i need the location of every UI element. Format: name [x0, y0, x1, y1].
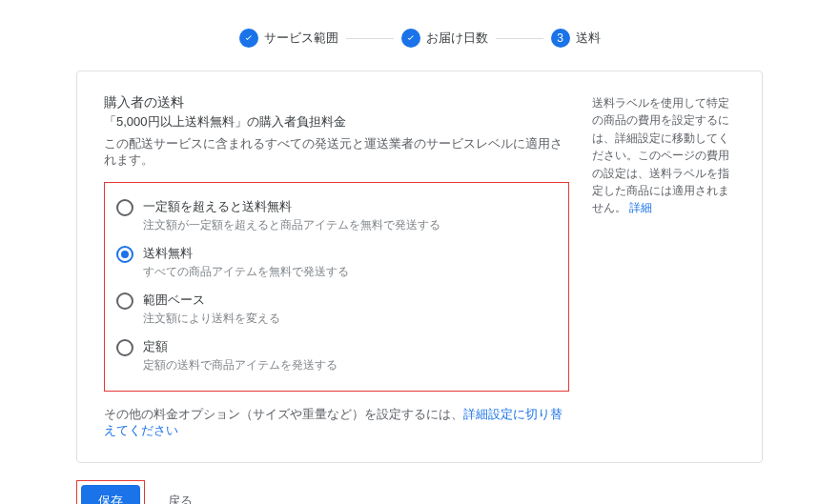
side-details-link[interactable]: 詳細 — [629, 202, 652, 213]
radio-title: 範囲ベース — [143, 292, 280, 309]
shipping-card: 購入者の送料 「5,000円以上送料無料」の購入者負担料金 この配送サービスに含… — [76, 71, 763, 463]
step-shipping: 3 送料 — [551, 29, 601, 48]
section-subtitle: 「5,000円以上送料無料」の購入者負担料金 — [104, 113, 569, 131]
form-actions: 保存 戻る — [76, 480, 763, 504]
radio-free-over-amount[interactable]: 一定額を超えると送料無料 注文額が一定額を超えると商品アイテムを無料で発送する — [116, 192, 557, 239]
radio-desc: 注文額により送料を変える — [143, 311, 280, 327]
check-circle-icon — [239, 29, 258, 48]
section-description: この配送サービスに含まれるすべての発送元と運送業者のサービスレベルに適用されます… — [104, 136, 569, 169]
radio-flat-rate[interactable]: 定額 定額の送料で商品アイテムを発送する — [116, 333, 557, 379]
radio-icon — [116, 339, 133, 356]
save-button-highlight: 保存 — [76, 480, 145, 504]
radio-desc: 定額の送料で商品アイテムを発送する — [143, 357, 338, 373]
step-service-area: サービス範囲 — [239, 29, 338, 48]
shipping-rate-radio-group: 一定額を超えると送料無料 注文額が一定額を超えると商品アイテムを無料で発送する … — [104, 182, 569, 392]
step-label: 送料 — [576, 30, 601, 47]
other-options-prefix: その他の料金オプション（サイズや重量など）を設定するには、 — [104, 408, 463, 421]
side-text: 送料ラベルを使用して特定の商品の費用を設定するには、詳細設定に移動してください。… — [592, 97, 729, 213]
radio-title: 一定額を超えると送料無料 — [143, 198, 440, 215]
step-number-icon: 3 — [551, 29, 570, 48]
radio-icon — [116, 199, 133, 216]
step-label: サービス範囲 — [264, 30, 338, 47]
radio-desc: すべての商品アイテムを無料で発送する — [143, 264, 349, 280]
radio-icon — [116, 292, 133, 310]
radio-title: 定額 — [143, 338, 338, 355]
back-button[interactable]: 戻る — [154, 485, 206, 504]
radio-desc: 注文額が一定額を超えると商品アイテムを無料で発送する — [143, 217, 440, 233]
check-circle-icon — [401, 29, 420, 48]
radio-title: 送料無料 — [143, 245, 349, 262]
save-button[interactable]: 保存 — [81, 485, 140, 504]
step-label: お届け日数 — [426, 30, 488, 47]
other-options-text: その他の料金オプション（サイズや重量など）を設定するには、詳細設定に切り替えてく… — [104, 407, 569, 439]
step-separator — [346, 38, 394, 39]
stepper: サービス範囲 お届け日数 3 送料 — [76, 19, 763, 71]
step-separator — [496, 38, 543, 39]
side-column: 送料ラベルを使用して特定の商品の費用を設定するには、詳細設定に移動してください。… — [592, 94, 735, 439]
step-delivery-days: お届け日数 — [401, 29, 488, 48]
radio-icon — [116, 246, 133, 263]
radio-range-based[interactable]: 範囲ベース 注文額により送料を変える — [116, 286, 557, 333]
section-title: 購入者の送料 — [104, 94, 569, 111]
radio-free-shipping[interactable]: 送料無料 すべての商品アイテムを無料で発送する — [116, 239, 557, 286]
main-column: 購入者の送料 「5,000円以上送料無料」の購入者負担料金 この配送サービスに含… — [104, 94, 569, 439]
